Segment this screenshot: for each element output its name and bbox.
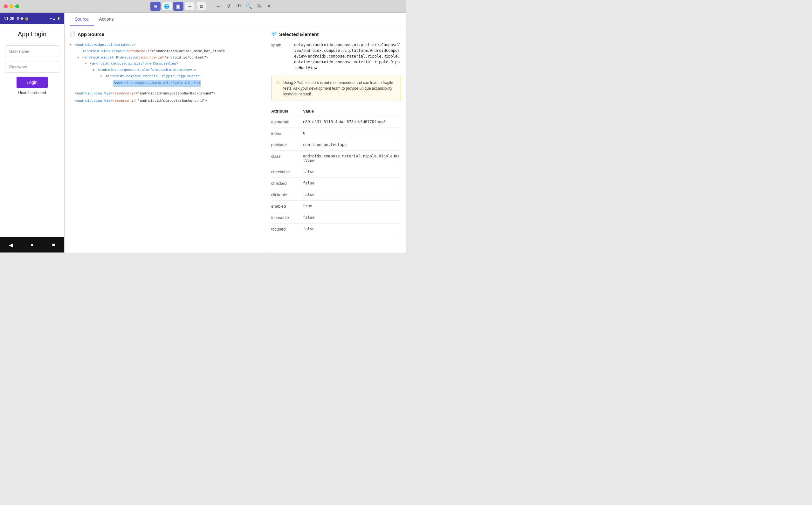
phone-app-title: App Login [18, 30, 46, 38]
maximize-button[interactable] [15, 4, 19, 8]
attribute-name: focused [271, 223, 303, 235]
attribute-name: index [271, 128, 303, 139]
toggle-framelayout[interactable]: ▼ [77, 55, 81, 61]
battery-icon: 🔋 [56, 17, 60, 20]
source-tree: ▼ <android.widget.LinearLayout> <android… [70, 42, 261, 104]
unauthenticated-label: Unauthenticated [18, 91, 46, 95]
toggle-linearlayout[interactable]: ▼ [70, 42, 73, 48]
phone-status-bar: 11:25 ⚙ ◉ 🔒 ▼▲ 🔋 [0, 13, 64, 24]
xpath-label: xpath [271, 42, 290, 70]
attribute-row: focusablefalse [271, 212, 401, 223]
attribute-value: com.thomson.testapp [303, 139, 401, 151]
attribute-row: focusedfalse [271, 223, 401, 235]
attributes-col-attr: Attribute [271, 106, 303, 116]
tree-node-statusbarbackground[interactable]: <android.view.View resource-id="android:… [70, 98, 261, 104]
attribute-value: false [303, 223, 401, 235]
toggle-androidcomposeview[interactable]: ▼ [92, 67, 96, 73]
wifi-icon: ▼▲ [49, 17, 56, 20]
attribute-value: true [303, 201, 401, 212]
toggle-statusbarbackground [70, 98, 73, 104]
attribute-value: false [303, 212, 401, 223]
attribute-row: index0 [271, 128, 401, 139]
close-button[interactable] [4, 4, 8, 8]
phone-nav-bar: ◀ ● ■ [0, 237, 64, 252]
reload-nav-button[interactable]: ↺ [224, 2, 233, 11]
tab-actions[interactable]: Actions [94, 13, 119, 26]
close-nav-button[interactable]: ✕ [265, 2, 274, 11]
login-button[interactable]: Login [17, 76, 48, 88]
grid-button[interactable]: ⊞ [150, 2, 161, 11]
arrow-right-button[interactable]: → [185, 2, 195, 11]
username-input[interactable] [5, 45, 59, 57]
phone-status-small-icons: ⚙ ◉ 🔒 [16, 17, 29, 21]
tree-node-androidcomposeview[interactable]: ▼ <androidx.compose.ui.platform.AndroidC… [70, 67, 261, 73]
tree-node-viewstub[interactable]: <android.view.ViewStub resource-id="andr… [70, 48, 261, 55]
eye-nav-button[interactable]: 👁 [234, 2, 243, 11]
attribute-name: clickable [271, 189, 303, 201]
highlighted-node[interactable]: <androidx.compose.material.ripple.Ripple… [113, 80, 201, 87]
main-area: 11:25 ⚙ ◉ 🔒 ▼▲ 🔋 App Login Login Unauthe… [0, 13, 406, 252]
recent-nav-icon[interactable]: ■ [48, 239, 59, 250]
source-panel-title: App Source [77, 31, 104, 37]
attribute-value: 0 [303, 128, 401, 139]
xpath-value: meLayout/androidx.compose.ui.platform.Co… [294, 42, 401, 70]
attribute-name: enabled [271, 201, 303, 212]
select-button[interactable]: ▣ [173, 2, 183, 11]
attribute-name: checked [271, 178, 303, 189]
attribute-name: package [271, 139, 303, 151]
attribute-row: classandroidx.compose.material.ripple.Ri… [271, 151, 401, 166]
tree-node-ripplecontainer[interactable]: ▼ <androidx.compose.material.ripple.Ripp… [70, 73, 261, 80]
source-panel-header: 📄 App Source [70, 31, 261, 37]
tree-node-navbarbackground[interactable]: <android.view.View resource-id="android:… [70, 91, 261, 97]
attribute-name: checkable [271, 166, 303, 178]
attribute-row: elementIde89fd231-5110-4abc-873e-b5d6770… [271, 116, 401, 128]
phone-signal-icons: ▼▲ 🔋 [49, 17, 60, 20]
toolbar: ⊞ 🌐 ▣ → ⧉ ← ↺ 👁 🔍 ⎘ ✕ [150, 2, 274, 11]
password-input[interactable] [5, 61, 59, 73]
globe-button[interactable]: 🌐 [162, 2, 172, 11]
attribute-name: class [271, 151, 303, 166]
tree-node-framelayout[interactable]: ▼ <android.widget.FrameLayout resource-i… [70, 55, 261, 61]
tree-node-composeview[interactable]: ▼ <androidx.compose.ui.platform.ComposeV… [70, 61, 261, 67]
warning-text: Using XPath locators is not recommended … [283, 80, 396, 97]
diamond-icon: 💎 [271, 31, 277, 37]
selected-panel: 💎 Selected Element xpath meLayout/androi… [266, 26, 406, 252]
toggle-viewstub [77, 48, 81, 54]
toggle-navbarbackground [70, 91, 73, 97]
attribute-value: e89fd231-5110-4abc-873e-b5d6770fbea8 [303, 116, 401, 128]
layout-button[interactable]: ⧉ [196, 2, 206, 11]
attribute-row: packagecom.thomson.testapp [271, 139, 401, 151]
attribute-value: androidx.compose.material.ripple.RippleH… [303, 151, 401, 166]
attribute-name: focusable [271, 212, 303, 223]
xpath-row: xpath meLayout/androidx.compose.ui.platf… [271, 42, 401, 70]
attribute-row: checkablefalse [271, 166, 401, 178]
toggle-composeview[interactable]: ▼ [85, 61, 89, 67]
back-nav-icon[interactable]: ◀ [5, 239, 17, 250]
attribute-value: false [303, 166, 401, 178]
titlebar: ⊞ 🌐 ▣ → ⧉ ← ↺ 👁 🔍 ⎘ ✕ [0, 0, 406, 13]
phone-panel: 11:25 ⚙ ◉ 🔒 ▼▲ 🔋 App Login Login Unauthe… [0, 13, 64, 252]
attribute-row: clickablefalse [271, 189, 401, 201]
copy-nav-button[interactable]: ⎘ [255, 2, 263, 11]
tree-node-linearlayout[interactable]: ▼ <android.widget.LinearLayout> [70, 42, 261, 48]
attribute-value: false [303, 178, 401, 189]
attributes-col-val: Value [303, 106, 401, 116]
attribute-row: enabledtrue [271, 201, 401, 212]
warning-box: ⚠ Using XPath locators is not recommende… [271, 76, 401, 101]
attribute-value: false [303, 189, 401, 201]
minimize-button[interactable] [10, 4, 13, 8]
attribute-row: checkedfalse [271, 178, 401, 189]
tab-source[interactable]: Source [70, 13, 94, 26]
phone-time: 11:25 [4, 16, 14, 21]
xpath-section: xpath meLayout/androidx.compose.ui.platf… [271, 42, 401, 70]
home-nav-icon[interactable]: ● [26, 239, 38, 250]
phone-content: App Login Login Unauthenticated [0, 24, 64, 237]
right-panel: Source Actions 📄 App Source ▼ <android.w… [64, 13, 406, 252]
attributes-table: Attribute Value elementIde89fd231-5110-4… [271, 106, 401, 235]
toggle-ripplehostview [108, 80, 112, 86]
toggle-ripplecontainer[interactable]: ▼ [100, 73, 104, 79]
tree-node-ripplehostview[interactable]: <androidx.compose.material.ripple.Ripple… [70, 80, 261, 87]
search-nav-button[interactable]: 🔍 [244, 2, 253, 11]
back-nav-button[interactable]: ← [214, 2, 223, 11]
source-panel: 📄 App Source ▼ <android.widget.LinearLay… [64, 26, 266, 252]
